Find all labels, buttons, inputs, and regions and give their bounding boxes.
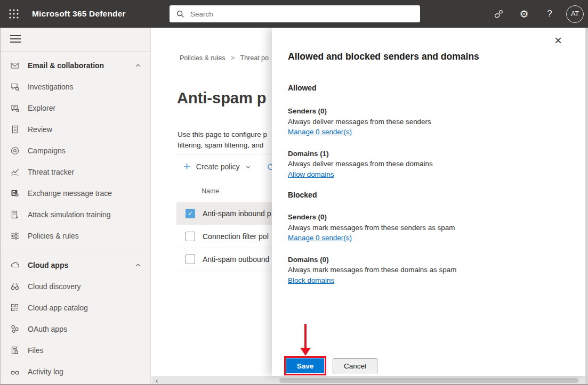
oauth-apps-icon bbox=[10, 324, 20, 334]
page-description: Use this page to configure p filtering, … bbox=[178, 129, 267, 151]
sidebar-item-cloud-discovery[interactable]: Cloud discovery bbox=[1, 276, 150, 297]
allow-domains-link[interactable]: Allow domains bbox=[288, 170, 334, 178]
check-icon: ✓ bbox=[188, 210, 193, 217]
annotation-arrow-line bbox=[304, 324, 307, 348]
sidebar-item-label: Files bbox=[28, 346, 44, 355]
topbar: Microsoft 365 Defender ⚙ ? AT bbox=[0, 0, 588, 28]
sidebar-item-explorer[interactable]: Explorer bbox=[1, 97, 150, 119]
allowed-blocked-flyout: × Allowed and blocked senders and domain… bbox=[272, 28, 585, 376]
group-description: Always mark messages from these domains … bbox=[288, 265, 564, 275]
search-bar[interactable] bbox=[170, 5, 420, 22]
sidebar-item-files[interactable]: Files bbox=[1, 340, 150, 361]
hamburger-icon bbox=[10, 35, 21, 36]
vertical-scrollbar[interactable] bbox=[585, 28, 588, 385]
sidebar-item-label: Attack simulation training bbox=[28, 210, 111, 219]
help-icon: ? bbox=[547, 9, 552, 19]
feedback-icon bbox=[494, 9, 504, 19]
group-label: Domains (1) bbox=[288, 149, 564, 159]
group-description: Always deliver messages from these sende… bbox=[288, 117, 564, 127]
allowed-senders-group: Senders (0) Always deliver messages from… bbox=[288, 106, 564, 137]
policy-name: Anti-spam inbound p bbox=[203, 209, 271, 218]
sidebar-item-review[interactable]: Review bbox=[1, 119, 150, 140]
blocked-heading: Blocked bbox=[288, 191, 564, 199]
cancel-button[interactable]: Cancel bbox=[333, 358, 377, 373]
topbar-actions: ⚙ ? AT bbox=[489, 0, 584, 28]
manage-allowed-senders-link[interactable]: Manage 0 sender(s) bbox=[288, 128, 352, 136]
app-window: Microsoft 365 Defender ⚙ ? AT bbox=[0, 0, 588, 385]
scrollbar-thumb[interactable] bbox=[279, 378, 578, 383]
cloud-icon bbox=[10, 260, 20, 270]
sidebar-item-policies-rules[interactable]: Policies & rules bbox=[1, 225, 150, 247]
group-label: Senders (0) bbox=[288, 212, 564, 223]
search-icon bbox=[176, 10, 185, 19]
sidebar-item-label: Cloud discovery bbox=[28, 282, 81, 291]
breadcrumb-threat-policies[interactable]: Threat po bbox=[240, 54, 269, 62]
sidebar-item-threat-tracker[interactable]: Threat tracker bbox=[1, 161, 150, 183]
mail-icon bbox=[10, 61, 20, 70]
sidebar-item-exchange-message-trace[interactable]: Exchange message trace bbox=[1, 183, 150, 204]
sidebar-item-label: Threat tracker bbox=[28, 168, 74, 176]
flyout-body: Allowed and blocked senders and domains … bbox=[272, 28, 585, 285]
sidebar-section-cloud-apps[interactable]: Cloud apps bbox=[1, 255, 150, 276]
chevron-up-icon bbox=[134, 62, 142, 69]
close-button[interactable]: × bbox=[554, 34, 562, 47]
create-policy-button[interactable]: Create policy bbox=[196, 162, 240, 171]
settings-button[interactable]: ⚙ bbox=[515, 5, 533, 23]
sidebar-item-attack-simulation-training[interactable]: Attack simulation training bbox=[1, 204, 150, 225]
help-button[interactable]: ? bbox=[541, 5, 559, 23]
group-label: Senders (0) bbox=[288, 106, 564, 117]
save-button[interactable]: Save bbox=[286, 358, 324, 373]
breadcrumb-separator: > bbox=[231, 54, 235, 62]
activity-log-icon bbox=[10, 367, 20, 376]
review-icon bbox=[10, 125, 20, 134]
attack-simulation-icon bbox=[10, 210, 20, 219]
waffle-icon bbox=[9, 9, 19, 19]
sidebar-item-label: Explorer bbox=[28, 104, 55, 112]
annotation-arrow-head bbox=[300, 348, 311, 356]
table-header-name[interactable]: Name bbox=[202, 187, 219, 195]
sidebar-item-activity-log[interactable]: Activity log bbox=[1, 361, 150, 382]
cloud-app-catalog-icon bbox=[10, 303, 20, 313]
search-input[interactable] bbox=[190, 10, 393, 18]
sidebar-item-oauth-apps[interactable]: OAuth apps bbox=[1, 318, 150, 340]
annotation-highlight-box: Save bbox=[284, 356, 326, 375]
sidebar-item-label: Exchange message trace bbox=[28, 189, 112, 198]
feedback-button[interactable] bbox=[489, 5, 508, 23]
avatar-initials: AT bbox=[571, 10, 579, 18]
sidebar-item-label: Cloud apps bbox=[28, 261, 68, 269]
gear-icon: ⚙ bbox=[519, 9, 528, 19]
sidebar: Email & collaboration Investigations Exp… bbox=[0, 28, 151, 385]
account-avatar[interactable]: AT bbox=[566, 5, 584, 23]
sidebar-item-label: Campaigns bbox=[28, 146, 66, 155]
sidebar-item-investigations[interactable]: Investigations bbox=[1, 76, 150, 97]
breadcrumb-policies-rules[interactable]: Policies & rules bbox=[180, 54, 225, 62]
investigations-icon bbox=[10, 82, 20, 92]
app-launcher-button[interactable] bbox=[0, 0, 28, 28]
collapse-nav-button[interactable] bbox=[1, 28, 150, 51]
threat-tracker-icon bbox=[10, 167, 20, 177]
row-checkbox[interactable] bbox=[186, 232, 195, 241]
row-checkbox[interactable] bbox=[186, 255, 195, 264]
sidebar-item-campaigns[interactable]: Campaigns bbox=[1, 140, 150, 161]
sidebar-item-label: Activity log bbox=[28, 367, 63, 376]
group-label: Domains (0) bbox=[288, 255, 564, 265]
plus-icon: + bbox=[183, 161, 190, 173]
explorer-icon bbox=[10, 103, 20, 113]
sidebar-item-label: OAuth apps bbox=[28, 325, 67, 333]
sidebar-item-cloud-app-catalog[interactable]: Cloud app catalog bbox=[1, 297, 150, 318]
app-title: Microsoft 365 Defender bbox=[32, 9, 126, 19]
breadcrumb: Policies & rules > Threat po bbox=[180, 54, 269, 62]
chevron-up-icon bbox=[134, 261, 142, 269]
block-domains-link[interactable]: Block domains bbox=[288, 276, 334, 284]
sidebar-item-label: Email & collaboration bbox=[28, 61, 104, 70]
allowed-domains-group: Domains (1) Always deliver messages from… bbox=[288, 149, 564, 180]
flyout-title: Allowed and blocked senders and domains bbox=[288, 51, 564, 62]
policies-rules-icon bbox=[10, 231, 20, 241]
close-icon: × bbox=[554, 33, 562, 47]
chevron-down-icon[interactable] bbox=[245, 163, 252, 170]
manage-blocked-senders-link[interactable]: Manage 0 sender(s) bbox=[288, 234, 352, 242]
sidebar-section-email-collaboration[interactable]: Email & collaboration bbox=[1, 55, 150, 76]
sidebar-item-label: Investigations bbox=[28, 83, 74, 91]
row-checkbox-checked[interactable]: ✓ bbox=[186, 209, 195, 218]
group-description: Always mark messages from these senders … bbox=[288, 223, 564, 233]
